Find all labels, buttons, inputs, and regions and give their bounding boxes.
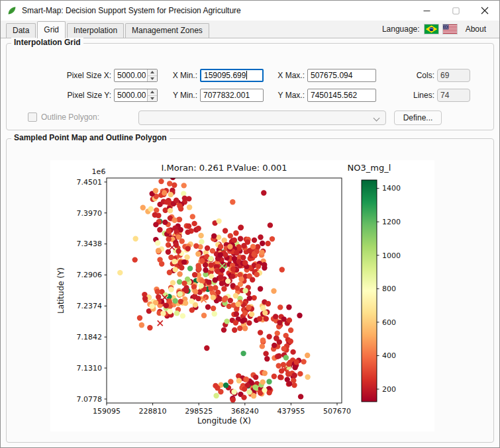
pixel-size-y-spinbox[interactable] — [114, 89, 158, 102]
svg-text:7.0778: 7.0778 — [77, 395, 103, 404]
spin-down-button[interactable] — [148, 75, 157, 82]
svg-text:1400: 1400 — [382, 184, 401, 193]
app-window: Smart-Map: Decision Support System for P… — [0, 0, 500, 448]
text-caret — [246, 71, 247, 79]
svg-text:228810: 228810 — [139, 407, 167, 416]
svg-text:7.1310: 7.1310 — [77, 364, 103, 373]
maximize-button — [441, 1, 470, 21]
tab-management-zones[interactable]: Management Zones — [125, 23, 209, 38]
cols-label: Cols: — [395, 69, 434, 82]
lines-label: Lines: — [395, 89, 434, 102]
app-leaf-icon — [7, 5, 17, 16]
x-max-input[interactable] — [307, 69, 376, 82]
tabbar-right-area: Language: — [382, 21, 499, 38]
svg-text:159095: 159095 — [93, 407, 121, 416]
minimize-icon — [423, 7, 430, 15]
lines-value-field — [437, 89, 470, 102]
x-min-label: X Min.: — [160, 69, 197, 82]
svg-text:I.Moran: 0.261 P.Value: 0.001: I.Moran: 0.261 P.Value: 0.001 — [162, 163, 287, 173]
titlebar: Smart-Map: Decision Support System for P… — [1, 1, 499, 21]
pixel-size-x-spinbox[interactable] — [114, 69, 158, 82]
close-icon — [481, 7, 489, 15]
window-title: Smart-Map: Decision Support System for P… — [22, 6, 241, 15]
svg-text:1200: 1200 — [382, 218, 401, 226]
y-min-input[interactable] — [200, 89, 264, 102]
y-min-label: Y Min.: — [160, 89, 197, 102]
svg-text:7.2374: 7.2374 — [77, 302, 103, 310]
combobox-value — [143, 111, 362, 124]
svg-text:7.3970: 7.3970 — [77, 209, 103, 218]
arrow-up-icon — [150, 91, 154, 93]
svg-text:Longitude (X): Longitude (X) — [197, 416, 251, 426]
language-label: Language: — [382, 24, 420, 34]
close-button[interactable] — [470, 1, 499, 21]
svg-text:1000: 1000 — [382, 251, 401, 260]
us-flag-button[interactable] — [443, 24, 457, 34]
cols-value-field — [437, 69, 470, 82]
spin-up-button[interactable] — [148, 69, 157, 75]
pixel-size-x-input[interactable] — [115, 69, 147, 81]
tab-interpolation[interactable]: Interpolation — [67, 23, 124, 38]
arrow-down-icon — [150, 77, 154, 80]
tab-bar: Data Grid Interpolation Management Zones… — [1, 21, 499, 38]
svg-text:NO3_mg_l: NO3_mg_l — [348, 163, 391, 173]
svg-text:298525: 298525 — [185, 407, 213, 416]
define-button[interactable]: Define... — [394, 111, 442, 125]
window-controls — [412, 1, 499, 21]
minimize-button[interactable] — [412, 1, 441, 21]
chevron-down-icon — [374, 115, 380, 122]
spin-up-button[interactable] — [148, 89, 157, 95]
svg-text:7.4501: 7.4501 — [77, 178, 103, 187]
interpolation-grid-group-title: Interpolation Grid — [11, 38, 83, 47]
svg-text:400: 400 — [382, 351, 396, 360]
svg-text:7.1842: 7.1842 — [77, 333, 103, 341]
svg-text:507670: 507670 — [323, 407, 351, 416]
about-button[interactable]: About — [462, 24, 490, 34]
y-max-input[interactable] — [307, 89, 376, 102]
outline-polygon-checkbox — [28, 112, 37, 122]
outline-polygon-combobox — [138, 111, 386, 125]
tab-grid[interactable]: Grid — [37, 21, 66, 38]
brazil-flag-button[interactable] — [425, 24, 438, 34]
pixel-size-y-spin-buttons — [147, 89, 157, 101]
interpolation-grid-group: Interpolation Grid Pixel Size X: X Min.:… — [6, 43, 494, 130]
maximize-icon — [452, 7, 460, 15]
sampled-point-map-group-title: Sampled Point Map and Outline Polygon — [11, 133, 170, 142]
outline-polygon-label: Outline Polygon: — [41, 111, 121, 124]
svg-text:200: 200 — [382, 385, 396, 394]
svg-text:1e6: 1e6 — [92, 167, 106, 176]
y-max-label: Y Max.: — [269, 89, 305, 102]
svg-text:7.2906: 7.2906 — [77, 271, 103, 279]
arrow-up-icon — [150, 71, 154, 73]
arrow-down-icon — [150, 97, 154, 100]
x-min-input[interactable] — [200, 69, 264, 82]
svg-text:368240: 368240 — [231, 407, 259, 416]
svg-text:600: 600 — [382, 318, 396, 327]
pixel-size-y-label: Pixel Size Y: — [7, 89, 111, 102]
pixel-size-y-input[interactable] — [115, 89, 147, 101]
spin-down-button[interactable] — [148, 95, 157, 102]
svg-text:437955: 437955 — [277, 407, 305, 416]
grid-tab-content: Interpolation Grid Pixel Size X: X Min.:… — [1, 38, 499, 448]
pixel-size-x-label: Pixel Size X: — [7, 69, 111, 82]
scatter-map-figure: 1590952288102985253682404379555076707.45… — [50, 160, 434, 431]
tab-data[interactable]: Data — [6, 23, 36, 38]
x-max-label: X Max.: — [269, 69, 305, 82]
svg-text:7.3438: 7.3438 — [77, 240, 103, 248]
svg-text:800: 800 — [382, 285, 396, 293]
pixel-size-x-spin-buttons — [147, 69, 157, 81]
sampled-point-map-group: Sampled Point Map and Outline Polygon 15… — [6, 138, 494, 443]
svg-text:Latitude (Y): Latitude (Y) — [56, 267, 66, 314]
